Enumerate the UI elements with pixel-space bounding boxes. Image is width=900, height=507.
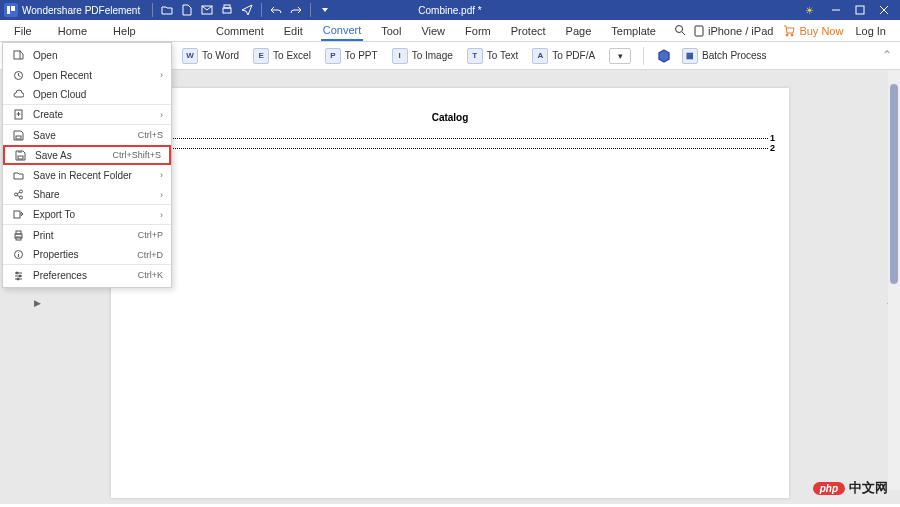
- menu-help[interactable]: Help: [111, 22, 138, 40]
- search-icon[interactable]: [674, 24, 686, 38]
- svg-rect-28: [14, 211, 20, 218]
- app-logo-icon: [4, 3, 18, 17]
- ppt-badge-icon: P: [325, 48, 341, 64]
- iphone-ipad-button[interactable]: iPhone / iPad: [694, 25, 773, 37]
- menu-item-open-recent[interactable]: Open Recent ›: [3, 65, 171, 85]
- toc-row: Cover 2: [125, 143, 775, 153]
- open-icon: [11, 50, 25, 61]
- menu-shortcut: Ctrl+P: [138, 230, 163, 240]
- menu-label: Save As: [35, 150, 112, 161]
- mail-icon[interactable]: [198, 1, 216, 19]
- buy-label: Buy Now: [799, 25, 843, 37]
- menu-label: Open: [33, 50, 163, 61]
- undo-icon[interactable]: [267, 1, 285, 19]
- to-word-label: To Word: [202, 50, 239, 61]
- batch-process-button[interactable]: ▦Batch Process: [682, 48, 766, 64]
- cart-icon: [783, 25, 795, 37]
- menu-label: Properties: [33, 249, 137, 260]
- tab-template[interactable]: Template: [609, 22, 658, 40]
- menu-item-preferences[interactable]: Preferences Ctrl+K: [3, 265, 171, 285]
- convert-to-word-button[interactable]: WTo Word: [182, 48, 239, 64]
- hexagon-icon[interactable]: [656, 48, 672, 64]
- svg-rect-21: [18, 156, 23, 159]
- tab-form[interactable]: Form: [463, 22, 493, 40]
- convert-to-text-button[interactable]: TTo Text: [467, 48, 519, 64]
- convert-to-pdfa-button[interactable]: ATo PDF/A: [532, 48, 595, 64]
- recent-icon: [11, 70, 25, 81]
- convert-to-ppt-button[interactable]: PTo PPT: [325, 48, 378, 64]
- buy-now-button[interactable]: Buy Now: [783, 25, 843, 37]
- menu-item-print[interactable]: Print Ctrl+P: [3, 225, 171, 245]
- menu-label: Save: [33, 130, 138, 141]
- svg-rect-3: [223, 8, 231, 13]
- batch-badge-icon: ▦: [682, 48, 698, 64]
- menu-item-open[interactable]: Open: [3, 45, 171, 65]
- tab-convert[interactable]: Convert: [321, 21, 364, 41]
- svg-rect-0: [7, 6, 10, 14]
- svg-point-40: [17, 278, 19, 280]
- minimize-button[interactable]: [824, 1, 848, 19]
- login-button[interactable]: Log In: [853, 22, 888, 40]
- menu-label: Preferences: [33, 270, 138, 281]
- menu-item-create[interactable]: Create ›: [3, 105, 171, 125]
- collapse-ribbon-icon[interactable]: ⌃: [882, 48, 892, 62]
- menu-item-save-recent-folder[interactable]: Save in Recent Folder ›: [3, 165, 171, 185]
- send-icon[interactable]: [238, 1, 256, 19]
- open-folder-icon[interactable]: [158, 1, 176, 19]
- tab-page[interactable]: Page: [564, 22, 594, 40]
- tab-edit[interactable]: Edit: [282, 22, 305, 40]
- svg-rect-1: [11, 6, 15, 11]
- menu-item-open-cloud[interactable]: Open Cloud: [3, 85, 171, 105]
- tab-comment[interactable]: Comment: [214, 22, 266, 40]
- document-heading: Catalog: [125, 112, 775, 123]
- theme-icon[interactable]: ☀: [805, 5, 814, 16]
- pdfa-badge-icon: A: [532, 48, 548, 64]
- maximize-button[interactable]: [848, 1, 872, 19]
- separator: [310, 3, 311, 17]
- print-icon[interactable]: [218, 1, 236, 19]
- titlebar: Wondershare PDFelement Combine.pdf * ☀: [0, 0, 900, 20]
- more-convert-button[interactable]: ▾: [609, 48, 631, 64]
- svg-line-27: [17, 195, 20, 197]
- tab-view[interactable]: View: [419, 22, 447, 40]
- file-icon[interactable]: [178, 1, 196, 19]
- image-badge-icon: I: [392, 48, 408, 64]
- close-button[interactable]: [872, 1, 896, 19]
- share-icon: [11, 189, 25, 200]
- menu-label: Open Recent: [33, 70, 160, 81]
- toc-row: Backcover 1: [125, 133, 775, 143]
- properties-icon: [11, 249, 25, 260]
- convert-to-excel-button[interactable]: ETo Excel: [253, 48, 311, 64]
- redo-icon[interactable]: [287, 1, 305, 19]
- to-pdfa-label: To PDF/A: [552, 50, 595, 61]
- separator: [261, 3, 262, 17]
- menu-item-export-to[interactable]: Export To ›: [3, 205, 171, 225]
- tab-tool[interactable]: Tool: [379, 22, 403, 40]
- toc-page: 1: [770, 133, 775, 143]
- toc-page: 2: [770, 143, 775, 153]
- tab-protect[interactable]: Protect: [509, 22, 548, 40]
- watermark-pill: php: [813, 482, 845, 495]
- panel-expand-left-icon[interactable]: ▶: [34, 298, 41, 308]
- menu-item-save-as[interactable]: Save As Ctrl+Shift+S: [3, 145, 171, 165]
- scrollbar-thumb[interactable]: [890, 84, 898, 284]
- menu-item-share[interactable]: Share ›: [3, 185, 171, 205]
- menu-home[interactable]: Home: [56, 22, 89, 40]
- create-icon: [11, 109, 25, 120]
- submenu-arrow-icon: ›: [160, 70, 163, 80]
- vertical-scrollbar[interactable]: [888, 70, 900, 490]
- svg-rect-20: [16, 136, 21, 139]
- menu-file[interactable]: File: [12, 22, 34, 40]
- menu-item-save[interactable]: Save Ctrl+S: [3, 125, 171, 145]
- watermark: php 中文网: [813, 479, 888, 497]
- excel-badge-icon: E: [253, 48, 269, 64]
- dropdown-icon[interactable]: [316, 1, 334, 19]
- convert-to-image-button[interactable]: ITo Image: [392, 48, 453, 64]
- menu-item-properties[interactable]: Properties Ctrl+D: [3, 245, 171, 265]
- submenu-arrow-icon: ›: [160, 110, 163, 120]
- preferences-icon: [11, 270, 25, 281]
- menu-label: Print: [33, 230, 138, 241]
- submenu-arrow-icon: ›: [160, 170, 163, 180]
- svg-point-38: [16, 272, 18, 274]
- svg-line-26: [17, 192, 20, 194]
